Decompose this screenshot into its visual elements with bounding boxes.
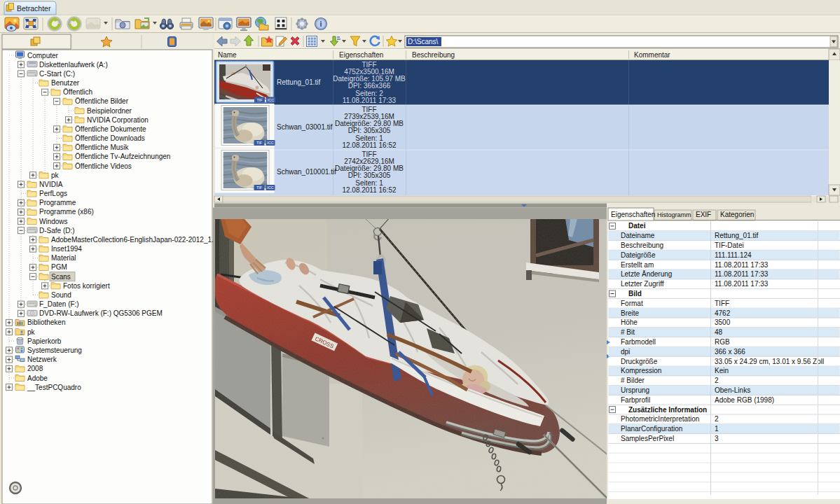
svg-text:Netzwerk: Netzwerk xyxy=(27,356,57,363)
svg-text:Öffentliche Videos: Öffentliche Videos xyxy=(75,162,132,170)
svg-text:Sound: Sound xyxy=(51,291,71,299)
svg-text:Kategorien: Kategorien xyxy=(720,211,754,218)
svg-text:TIF-Datei: TIF-Datei xyxy=(715,241,744,249)
svg-text:Öffentlich: Öffentlich xyxy=(63,88,92,96)
svg-text:TIF: TIF xyxy=(256,141,263,145)
svg-text:Öffentliche Downloads: Öffentliche Downloads xyxy=(75,134,145,142)
svg-text:Dateigröße: Dateigröße xyxy=(621,251,656,259)
svg-text:Eigenschaften: Eigenschaften xyxy=(339,51,383,59)
svg-text:Breite: Breite xyxy=(621,309,640,317)
svg-text:__TestPCQuadro: __TestPCQuadro xyxy=(27,384,81,391)
svg-text:PhotometricInterpretation: PhotometricInterpretation xyxy=(621,415,699,423)
svg-text:33.05 x 24.29 cm, 13.01 x 9.56: 33.05 x 24.29 cm, 13.01 x 9.56 Zoll xyxy=(715,358,824,365)
svg-text:3500: 3500 xyxy=(715,318,731,326)
svg-text:Benutzer: Benutzer xyxy=(51,79,80,87)
svg-text:F_Daten (F:): F_Daten (F:) xyxy=(39,300,79,308)
svg-text:TIF: TIF xyxy=(256,186,263,190)
svg-text:ICC: ICC xyxy=(267,186,274,190)
svg-text:Adobe: Adobe xyxy=(27,374,48,382)
svg-text:Beispielordner: Beispielordner xyxy=(87,107,132,115)
svg-text:PlanarConfiguration: PlanarConfiguration xyxy=(621,425,682,433)
svg-text:Datei: Datei xyxy=(628,222,646,230)
svg-text:12.08.2011 16:52: 12.08.2011 16:52 xyxy=(342,141,397,149)
svg-text:D:\Scans\: D:\Scans\ xyxy=(408,38,439,46)
svg-text:SamplesPerPixel: SamplesPerPixel xyxy=(621,435,674,442)
svg-text:4762: 4762 xyxy=(715,309,731,317)
svg-text:Scans: Scans xyxy=(51,273,71,281)
svg-text:PGM: PGM xyxy=(51,263,67,271)
svg-text:Zusätzliche Information: Zusätzliche Information xyxy=(628,406,707,414)
svg-text:Kein: Kein xyxy=(715,367,729,374)
svg-text:TIFF: TIFF xyxy=(715,300,729,307)
svg-text:Programme: Programme xyxy=(39,199,76,206)
svg-text:Windows: Windows xyxy=(39,218,68,225)
svg-text:Beschreibung: Beschreibung xyxy=(412,51,455,59)
svg-text:48: 48 xyxy=(715,328,723,336)
svg-text:Format: Format xyxy=(621,300,643,307)
svg-text:Eigenschaften: Eigenschaften xyxy=(611,211,655,218)
svg-text:Bibliotheken: Bibliotheken xyxy=(27,318,65,326)
svg-text:Druckgröße: Druckgröße xyxy=(621,358,658,365)
svg-text:Programme (x86): Programme (x86) xyxy=(39,208,94,216)
svg-text:111.111.124: 111.111.124 xyxy=(715,251,752,259)
svg-text:Öffentliche Dokumente: Öffentliche Dokumente xyxy=(75,125,146,133)
svg-text:Histogramm: Histogramm xyxy=(657,211,691,218)
svg-text:Dateiname: Dateiname xyxy=(621,232,655,239)
svg-text:TIF: TIF xyxy=(256,98,263,102)
svg-text:2008: 2008 xyxy=(27,365,43,372)
svg-text:Ursprung: Ursprung xyxy=(621,386,649,394)
svg-text:C-Start (C:): C-Start (C:) xyxy=(39,70,75,78)
svg-text:ICC: ICC xyxy=(267,141,274,145)
svg-text:Rettung_01.tif: Rettung_01.tif xyxy=(715,232,758,239)
svg-text:AdobeMasterCollection6-English: AdobeMasterCollection6-EnglishJapan-022-… xyxy=(51,236,217,244)
svg-text:Rettung_01.tif: Rettung_01.tif xyxy=(277,78,320,86)
svg-text:Adobe RGB (1998): Adobe RGB (1998) xyxy=(715,396,774,404)
svg-text:Beschreibung: Beschreibung xyxy=(621,241,663,249)
svg-text:Kommentar: Kommentar xyxy=(634,51,670,59)
svg-text:11.08.2011 17:33: 11.08.2011 17:33 xyxy=(715,261,769,269)
svg-text:Erstellt am: Erstellt am xyxy=(621,261,654,269)
svg-text:Betrachter: Betrachter xyxy=(17,4,51,13)
svg-text:# Bit: # Bit xyxy=(621,328,635,336)
svg-text:PerfLogs: PerfLogs xyxy=(39,190,67,197)
svg-text:D-Safe (D:): D-Safe (D:) xyxy=(39,227,75,234)
svg-text:Farbmodell: Farbmodell xyxy=(621,338,656,346)
svg-text:Inset1994: Inset1994 xyxy=(51,245,82,253)
svg-text:EXIF: EXIF xyxy=(696,211,711,218)
svg-text:11.08.2011 17:33: 11.08.2011 17:33 xyxy=(715,280,769,288)
svg-text:Computer: Computer xyxy=(27,52,59,59)
svg-text:Letzte Änderung: Letzte Änderung xyxy=(621,270,672,278)
svg-text:Kompression: Kompression xyxy=(621,367,661,374)
svg-text:pk: pk xyxy=(51,172,60,179)
svg-text:Material: Material xyxy=(51,254,76,262)
svg-text:366 x 366: 366 x 366 xyxy=(715,348,745,356)
svg-text:Name: Name xyxy=(218,51,237,59)
svg-text:DVD-RW-Laufwerk (F:) QG5306 PG: DVD-RW-Laufwerk (F:) QG5306 PGEM xyxy=(39,309,163,317)
svg-text:Papierkorb: Papierkorb xyxy=(27,337,62,345)
svg-text:ICC: ICC xyxy=(268,98,275,102)
svg-text:Schwan_03001.tif: Schwan_03001.tif xyxy=(277,123,333,131)
svg-text:2: 2 xyxy=(715,377,719,384)
svg-text:i: i xyxy=(319,20,322,28)
svg-text:Diskettenlaufwerk (A:): Diskettenlaufwerk (A:) xyxy=(39,61,108,69)
svg-text:Öffentliche Bilder: Öffentliche Bilder xyxy=(75,97,129,105)
svg-text:12.08.2011 16:52: 12.08.2011 16:52 xyxy=(342,186,397,194)
svg-text:dpi: dpi xyxy=(621,348,630,356)
svg-text:1: 1 xyxy=(715,425,719,433)
svg-text:Fotos korrigiert: Fotos korrigiert xyxy=(63,282,110,290)
svg-text:Öffentliche Tv-Aufzeichnungen: Öffentliche Tv-Aufzeichnungen xyxy=(75,153,170,160)
svg-text:pk: pk xyxy=(27,328,36,336)
svg-text:NVIDIA: NVIDIA xyxy=(39,181,63,188)
svg-text:NVIDIA Corporation: NVIDIA Corporation xyxy=(87,116,149,124)
svg-text:Farbprofil: Farbprofil xyxy=(621,396,650,404)
svg-text:# Bilder: # Bilder xyxy=(621,377,645,384)
svg-text:Öffentliche Musik: Öffentliche Musik xyxy=(75,144,130,151)
svg-text:Systemsteuerung: Systemsteuerung xyxy=(27,346,82,354)
svg-text:2: 2 xyxy=(715,415,719,423)
svg-text:Oben-Links: Oben-Links xyxy=(715,386,750,394)
svg-text:11.08.2011 17:33: 11.08.2011 17:33 xyxy=(715,270,769,278)
svg-text:Bild: Bild xyxy=(628,290,642,298)
svg-text:11.08.2011 17:33: 11.08.2011 17:33 xyxy=(343,97,397,104)
svg-text:RGB: RGB xyxy=(715,338,730,346)
svg-text:Schwan_010001.tif: Schwan_010001.tif xyxy=(277,168,336,176)
